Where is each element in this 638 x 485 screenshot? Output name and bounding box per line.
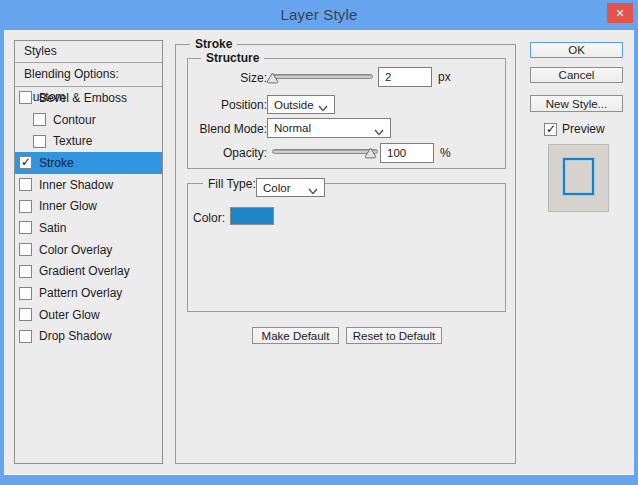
style-item-label: Drop Shadow (39, 329, 112, 343)
styles-list-item[interactable]: Outer Glow (15, 304, 162, 326)
styles-list-item[interactable]: Inner Shadow (15, 174, 162, 196)
style-checkbox[interactable] (19, 265, 32, 278)
size-input[interactable] (378, 67, 432, 87)
fill-type-dropdown[interactable]: Color (256, 178, 325, 197)
opacity-label: Opacity: (180, 146, 267, 160)
style-item-label: Inner Shadow (39, 178, 113, 192)
stroke-group-title: Stroke (190, 37, 237, 51)
fill-type-label: Fill Type: (203, 177, 261, 191)
blend-mode-dropdown[interactable]: Normal (267, 118, 391, 138)
styles-panel-header: Styles (15, 41, 162, 63)
close-button[interactable]: ✕ (607, 3, 633, 23)
chevron-down-icon (318, 102, 328, 114)
style-checkbox[interactable] (19, 243, 32, 256)
style-item-label: Inner Glow (39, 199, 97, 213)
styles-list-item[interactable]: Drop Shadow (15, 326, 162, 348)
preview-checkbox[interactable] (544, 123, 557, 136)
styles-list-item[interactable]: Texture (15, 130, 162, 152)
styles-list-item[interactable]: Gradient Overlay (15, 261, 162, 283)
style-item-label: Pattern Overlay (39, 286, 122, 300)
styles-list-item[interactable]: Contour (15, 109, 162, 131)
styles-list-item[interactable]: Color Overlay (15, 239, 162, 261)
layer-style-dialog: Layer Style ✕ Styles Blending Options: C… (0, 0, 638, 485)
style-item-label: Gradient Overlay (39, 264, 130, 278)
opacity-slider[interactable] (272, 149, 378, 154)
styles-panel: Styles Blending Options: Custom Bevel & … (14, 40, 163, 464)
size-slider[interactable] (270, 74, 373, 79)
style-checkbox[interactable] (19, 178, 32, 191)
style-checkbox[interactable] (33, 113, 46, 126)
opacity-slider-thumb[interactable] (364, 145, 377, 157)
style-checkbox[interactable] (19, 156, 32, 169)
preview-label: Preview (562, 122, 605, 136)
reset-to-default-button[interactable]: Reset to Default (346, 327, 442, 344)
fill-type-group (187, 183, 506, 312)
style-checkbox[interactable] (19, 221, 32, 234)
style-item-label: Color Overlay (39, 243, 112, 257)
styles-list-item[interactable]: Stroke (15, 152, 162, 174)
sidebar-item-blending-options[interactable]: Blending Options: Custom (15, 63, 162, 87)
new-style-button[interactable]: New Style... (530, 95, 623, 112)
position-value: Outside (274, 99, 314, 111)
color-label: Color: (178, 211, 225, 225)
size-label: Size: (180, 71, 267, 85)
styles-list-item[interactable]: Satin (15, 217, 162, 239)
position-dropdown[interactable]: Outside (267, 95, 335, 114)
style-item-label: Texture (53, 134, 92, 148)
style-item-label: Bevel & Emboss (39, 91, 127, 105)
blend-mode-label: Blend Mode: (170, 122, 267, 136)
chevron-down-icon (374, 126, 384, 138)
size-slider-thumb[interactable] (266, 70, 279, 82)
style-checkbox[interactable] (19, 200, 32, 213)
style-checkbox[interactable] (33, 135, 46, 148)
titlebar[interactable]: Layer Style ✕ (0, 0, 638, 30)
size-unit-label: px (438, 70, 451, 84)
make-default-button[interactable]: Make Default (252, 327, 339, 344)
style-item-label: Satin (39, 221, 66, 235)
styles-list-item[interactable]: Pattern Overlay (15, 282, 162, 304)
style-checkbox[interactable] (19, 287, 32, 300)
style-item-label: Outer Glow (39, 308, 100, 322)
structure-group-title: Structure (201, 51, 264, 65)
style-item-label: Contour (53, 113, 96, 127)
blend-mode-value: Normal (274, 122, 311, 134)
preview-checkbox-row[interactable]: Preview (544, 122, 605, 136)
style-item-label: Stroke (39, 156, 74, 170)
opacity-input[interactable] (380, 143, 434, 163)
chevron-down-icon (308, 185, 318, 197)
position-label: Position: (180, 98, 267, 112)
ok-button[interactable]: OK (530, 42, 623, 58)
styles-list-item[interactable]: Inner Glow (15, 195, 162, 217)
style-checkbox[interactable] (19, 91, 32, 104)
style-checkbox[interactable] (19, 308, 32, 321)
stroke-preview-square (563, 158, 594, 195)
dialog-title: Layer Style (0, 6, 638, 23)
opacity-unit-label: % (440, 146, 451, 160)
cancel-button[interactable]: Cancel (530, 67, 623, 83)
close-icon: ✕ (615, 7, 624, 20)
fill-type-value: Color (263, 182, 290, 194)
stroke-color-swatch[interactable] (230, 207, 274, 225)
styles-list: Bevel & Emboss Contour Texture Stroke In… (15, 87, 162, 347)
style-checkbox[interactable] (19, 330, 32, 343)
style-preview-thumbnail (548, 144, 609, 212)
